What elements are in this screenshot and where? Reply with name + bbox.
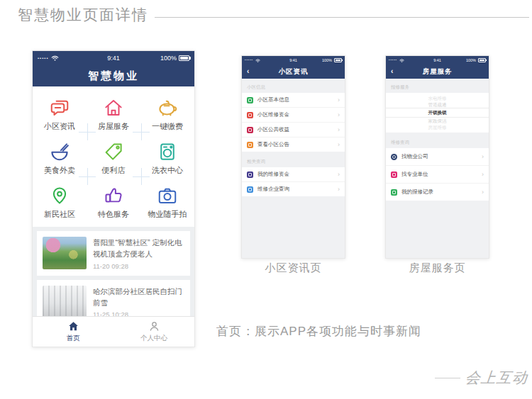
list-item-label: 我的报修记录	[401, 189, 482, 196]
news-thumbnail-park	[43, 237, 87, 269]
logo-divider-line	[435, 378, 460, 378]
notice-icon	[247, 142, 253, 148]
chat-bubbles-icon	[49, 97, 70, 118]
tab-profile[interactable]: 个人中心	[113, 317, 194, 347]
logo-text: 会上互动	[465, 368, 529, 388]
section-header: 维修查询	[386, 133, 489, 148]
news-date: 11-25 10:28	[93, 308, 184, 316]
picker-option[interactable]: 水电维修	[386, 95, 489, 101]
tab-bar: 首页 个人中心	[33, 316, 194, 347]
list-section: 我的维修资金 › 维修企业查询 ›	[242, 167, 345, 196]
page-title: 智慧物业页面详情	[18, 5, 148, 25]
grid-item-special-service[interactable]: 特色服务	[87, 180, 140, 224]
grid-item-label: 美食外卖	[44, 165, 75, 176]
piggy-bank-icon	[157, 97, 178, 118]
nav-bar: 智慧物业	[33, 65, 194, 86]
chevron-right-icon: ›	[338, 97, 340, 103]
picker-option[interactable]: 家政保洁	[386, 118, 489, 124]
list-item-find-property-company[interactable]: 找物业公司 ›	[386, 148, 489, 166]
grid-item-label: 物业随手拍	[148, 209, 187, 220]
list-item-label: 小区基本信息	[257, 96, 338, 103]
section-header: 小区信息	[242, 79, 345, 93]
news-item[interactable]: 哈尔滨部分社区居民自扫门前雪 11-25 10:28	[37, 280, 190, 316]
list-item-repair-company-search[interactable]: 维修企业查询 ›	[242, 182, 345, 196]
battery-icon	[334, 58, 342, 62]
section-header: 相关查询	[242, 152, 345, 167]
list-item-label: 我的维修资金	[257, 171, 338, 178]
grid-item-laundry-center[interactable]: 洗衣中心	[140, 136, 194, 180]
phone-community-mockup: ••••• 9:41 100% ‹ 小区资讯 小区信息 小区基本信息 › 小区维…	[241, 55, 345, 259]
list-item-label: 维修企业查询	[257, 186, 338, 193]
list-item-label: 查看小区公告	[257, 141, 338, 148]
tab-label: 个人中心	[140, 334, 167, 343]
grid-item-xinmin-community[interactable]: 新民社区	[33, 180, 87, 224]
camera-icon	[157, 185, 178, 206]
grid-item-community-news[interactable]: 小区资讯	[33, 92, 87, 136]
list-item-my-repair-records[interactable]: 我的报修记录 ›	[386, 184, 489, 201]
tab-home[interactable]: 首页	[33, 317, 113, 347]
battery-icon	[179, 55, 189, 61]
back-icon[interactable]: ‹	[247, 64, 250, 79]
wifi-icon	[51, 55, 59, 61]
house-icon	[103, 97, 124, 118]
chevron-right-icon: ›	[482, 189, 484, 196]
grid-item-label: 便利店	[102, 165, 126, 176]
tab-label: 首页	[67, 334, 80, 343]
grid-item-label: 房屋服务	[98, 121, 129, 132]
location-pin-icon	[49, 185, 70, 206]
grid-item-label: 特色服务	[98, 209, 129, 220]
back-icon[interactable]: ‹	[391, 64, 394, 79]
list-item-find-professional-unit[interactable]: 找专业单位 ›	[386, 166, 489, 184]
list-item-community-basic-info[interactable]: 小区基本信息 ›	[242, 93, 345, 108]
list-section: 找物业公司 › 找专业单位 › 我的报修记录 ›	[386, 148, 489, 201]
status-bar: ••••• 9:41 100%	[386, 56, 489, 64]
doc-icon	[247, 97, 253, 103]
company-icon	[247, 186, 253, 193]
home-icon	[67, 320, 79, 332]
news-item[interactable]: 普阳里“智慧社区” 定制化电视机顶盒方便老人 11-20 09:28	[37, 231, 190, 276]
caption-community-page: 小区资讯页	[241, 262, 345, 275]
signal-dots-icon: •••••	[245, 59, 253, 62]
title-divider-line	[155, 17, 529, 18]
status-bar: ••••• 9:41 100%	[242, 56, 345, 64]
news-list: 普阳里“智慧社区” 定制化电视机顶盒方便老人 11-20 09:28 哈尔滨部分…	[33, 227, 194, 316]
grid-item-food-delivery[interactable]: 美食外卖	[33, 136, 87, 180]
list-item-repair-fund[interactable]: 小区维修资金 ›	[242, 108, 345, 123]
service-type-picker: 水电维修 管道疏通 开锁换锁 家政保洁 房屋维修	[386, 93, 489, 133]
picker-option[interactable]: 房屋维修	[386, 124, 489, 130]
person-icon	[148, 320, 160, 332]
battery-icon	[478, 58, 486, 62]
nav-bar: ‹ 小区资讯	[242, 64, 345, 79]
chevron-right-icon: ›	[338, 172, 340, 178]
professional-unit-icon	[391, 172, 397, 178]
empty-area	[386, 201, 489, 258]
list-item-my-repair-fund[interactable]: 我的维修资金 ›	[242, 167, 345, 182]
page-nav-title: 房屋服务	[423, 67, 453, 75]
list-item-label: 小区公共收益	[257, 126, 338, 133]
grid-item-convenience-store[interactable]: 便利店	[87, 136, 140, 180]
bowl-chopsticks-icon	[49, 141, 70, 162]
list-item-public-income[interactable]: 小区公共收益 ›	[242, 123, 345, 137]
grid-item-one-key-pay[interactable]: 一键缴费	[140, 92, 194, 136]
footer-note: 首页：展示APP各项功能与时事新闻	[216, 323, 421, 339]
section-header: 报修服务	[386, 79, 489, 93]
chevron-right-icon: ›	[338, 186, 340, 193]
my-fund-icon	[247, 172, 253, 178]
property-company-icon	[391, 154, 397, 160]
list-item-label: 找专业单位	[401, 171, 482, 178]
chevron-right-icon: ›	[338, 127, 340, 133]
wifi-icon	[255, 59, 260, 62]
grid-item-label: 小区资讯	[44, 121, 75, 132]
battery-percent: 100%	[466, 58, 476, 62]
grid-item-property-snapshot[interactable]: 物业随手拍	[140, 180, 194, 224]
list-section: 小区基本信息 › 小区维修资金 › 小区公共收益 › 查看小区公告 ›	[242, 93, 345, 152]
status-bar: ••••• 9:41 100%	[33, 51, 194, 65]
phone-housing-mockup: ••••• 9:41 100% ‹ 房屋服务 报修服务 水电维修 管道疏通 开锁…	[385, 55, 489, 259]
empty-area	[242, 196, 345, 258]
picker-option[interactable]: 管道疏通	[386, 101, 489, 108]
picker-option-selected[interactable]: 开锁换锁	[386, 108, 489, 118]
grid-item-house-service[interactable]: 房屋服务	[87, 92, 140, 136]
chevron-right-icon: ›	[338, 142, 340, 148]
list-item-view-notices[interactable]: 查看小区公告 ›	[242, 137, 345, 152]
chevron-right-icon: ›	[482, 172, 484, 178]
